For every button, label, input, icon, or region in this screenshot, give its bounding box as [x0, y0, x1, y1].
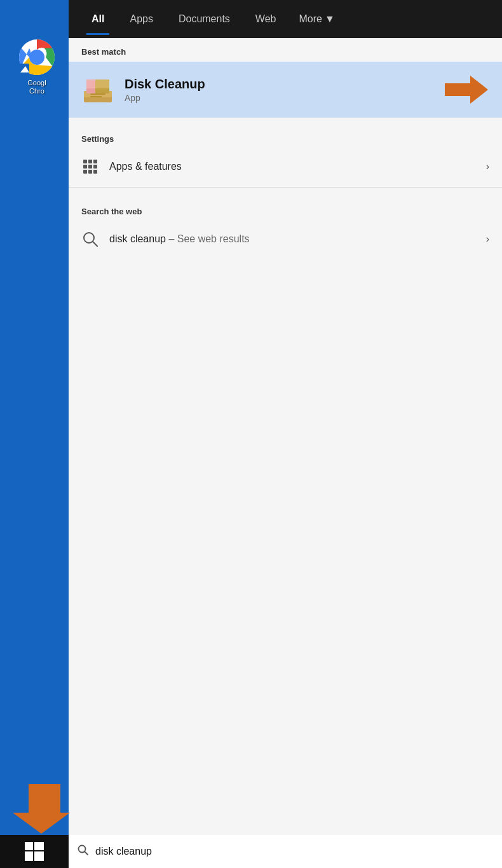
- svg-point-2: [31, 51, 43, 64]
- web-search-label: Search the web: [69, 198, 502, 221]
- svg-rect-11: [90, 93, 105, 95]
- desktop: Googl Chro disk.com All Apps Documents W…: [0, 0, 502, 868]
- web-query: disk cleanup: [109, 233, 166, 244]
- best-match-subtitle: App: [125, 93, 428, 103]
- tab-bar: All Apps Documents Web More ▼: [69, 0, 502, 38]
- best-match-info: Disk Cleanup App: [125, 77, 428, 103]
- web-search-text: disk cleanup – See web results: [109, 233, 476, 245]
- tab-apps[interactable]: Apps: [117, 8, 165, 30]
- windows-logo-icon: [25, 842, 44, 861]
- svg-rect-18: [34, 842, 44, 850]
- start-menu: All Apps Documents Web More ▼ Best match: [69, 0, 502, 839]
- disk-cleanup-icon: [81, 73, 114, 106]
- taskbar-search-bar[interactable]: [69, 835, 502, 868]
- settings-section: Settings: [69, 125, 502, 184]
- empty-results-area: [69, 257, 502, 839]
- svg-rect-12: [90, 96, 102, 97]
- apps-features-icon: [81, 158, 99, 176]
- tab-more[interactable]: More ▼: [288, 8, 344, 30]
- search-input[interactable]: [95, 846, 493, 857]
- tab-documents[interactable]: Documents: [166, 8, 243, 30]
- web-search-item[interactable]: disk cleanup – See web results ›: [69, 221, 502, 257]
- svg-marker-13: [445, 76, 488, 104]
- results-panel: Best match: [69, 38, 502, 839]
- chrome-icon: [18, 38, 56, 76]
- right-arrow-annotation: [438, 71, 489, 109]
- svg-point-21: [79, 845, 86, 852]
- best-match-label: Best match: [69, 38, 502, 62]
- search-web-icon: [81, 230, 99, 248]
- section-divider: [69, 187, 502, 188]
- svg-rect-17: [25, 842, 33, 850]
- apps-features-item[interactable]: Apps & features ›: [69, 149, 502, 184]
- svg-rect-19: [25, 851, 33, 861]
- settings-label: Settings: [69, 125, 502, 149]
- web-suffix: – See web results: [166, 233, 250, 244]
- web-chevron-right-icon: ›: [486, 233, 489, 245]
- svg-line-22: [85, 851, 88, 855]
- start-button[interactable]: [0, 835, 69, 868]
- bottom-arrow-annotation: [6, 778, 76, 835]
- apps-features-label: Apps & features: [109, 161, 476, 172]
- web-search-section: Search the web disk cleanup – See web re…: [69, 198, 502, 257]
- svg-rect-10: [86, 79, 95, 88]
- search-bar-icon: [78, 844, 89, 859]
- taskbar: [0, 835, 502, 868]
- chevron-down-icon: ▼: [325, 13, 335, 25]
- tab-web[interactable]: Web: [243, 8, 289, 30]
- best-match-title: Disk Cleanup: [125, 77, 428, 92]
- chrome-desktop-icon[interactable]: Googl Chro: [11, 38, 62, 95]
- tab-all[interactable]: All: [79, 8, 117, 30]
- best-match-item[interactable]: Disk Cleanup App: [69, 62, 502, 118]
- svg-line-15: [93, 242, 97, 246]
- chrome-label: Googl Chro: [27, 79, 46, 95]
- chevron-right-icon: ›: [486, 161, 489, 172]
- svg-marker-16: [13, 784, 70, 834]
- svg-rect-20: [34, 851, 44, 861]
